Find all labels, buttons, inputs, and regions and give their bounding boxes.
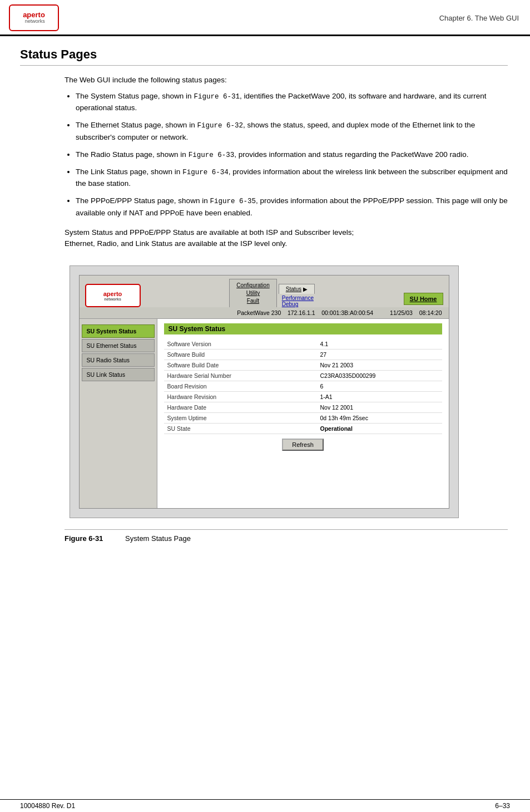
table-value: Operational [317,424,442,434]
web-gui: aperto networks Configuration Utility Fa… [79,275,449,509]
fig-ref-1: Figure 6-31 [194,93,240,101]
figure-caption: Figure 6-31 System Status Page [65,529,508,543]
table-field: Software Version [164,339,317,350]
page-footer: 10004880 Rev. D1 6–33 [0,799,530,812]
table-field: Hardware Serial Number [164,371,317,381]
table-value: 0d 13h 49m 25sec [317,413,442,424]
table-value: Nov 12 2001 [317,402,442,413]
debug-link[interactable]: Debug [282,301,314,307]
table-value: 4.1 [317,339,442,350]
status-group: Status ▶ Performance Debug [279,284,315,307]
figure-title: System Status Page [125,534,191,543]
list-item: The System Status page, shown in Figure … [76,91,508,114]
table-value: C23RA0335D000299 [317,371,442,381]
table-field: System Uptime [164,413,317,424]
gui-logo: aperto networks [85,284,141,307]
table-field: SU State [164,424,317,434]
sidebar-item-su-radio-status[interactable]: SU Radio Status [82,353,155,367]
bullet-list: The System Status page, shown in Figure … [76,91,508,219]
gui-sidebar: SU System Status SU Ethernet Status SU R… [80,319,157,508]
logo-area: aperto networks [9,4,59,31]
figure-label: Figure 6-31 [65,534,103,543]
chapter-title: Chapter 6. The Web GUI [439,14,519,22]
gui-infobar: PacketWave 230 172.16.1.1 00:001:3B:A0:0… [80,307,449,319]
table-field: Software Build Date [164,360,317,371]
aperto-logo: aperto networks [9,4,59,31]
table-value: 27 [317,350,442,360]
list-item: The Radio Status page, shown in Figure 6… [76,149,508,161]
footer-right: 6–33 [495,802,510,810]
section-title: Status Pages [20,47,508,66]
status-tab[interactable]: Status ▶ [279,284,315,294]
table-field: Hardware Date [164,402,317,413]
performance-link[interactable]: Performance [282,295,314,301]
content-title: SU System Status [164,323,442,334]
su-home-button[interactable]: SU Home [404,293,443,305]
footer-left: 10004880 Rev. D1 [20,802,75,810]
device-info: PacketWave 230 172.16.1.1 00:001:3B:A0:0… [237,309,373,316]
screenshot-wrapper: aperto networks Configuration Utility Fa… [70,265,459,518]
page-header: aperto networks Chapter 6. The Web GUI [0,0,530,36]
main-content: Status Pages The Web GUI include the fol… [0,36,530,554]
table-field: Hardware Revision [164,392,317,402]
table-field: Board Revision [164,381,317,392]
list-item: The Link Status page, shown in Figure 6-… [76,166,508,190]
refresh-button[interactable]: Refresh [282,439,324,451]
fig-ref-4: Figure 6-34 [182,169,229,176]
gui-topnav: aperto networks Configuration Utility Fa… [80,275,449,307]
summary-text: System Status and PPPoE/PPP Status are a… [65,227,508,250]
table-value: 1-A1 [317,392,442,402]
refresh-row: Refresh [164,439,442,451]
nav-right: SU Home [404,293,443,307]
gui-content: SU System Status Software Version4.1Soft… [157,319,449,508]
gui-main: SU System Status SU Ethernet Status SU R… [80,319,449,508]
sidebar-item-su-system-status[interactable]: SU System Status [82,324,155,338]
table-value: Nov 21 2003 [317,360,442,371]
sidebar-item-su-ethernet-status[interactable]: SU Ethernet Status [82,339,155,352]
status-arrow-icon: ▶ [303,286,308,292]
fig-ref-3: Figure 6-33 [189,151,235,159]
table-value: 6 [317,381,442,392]
table-field: Software Build [164,350,317,360]
intro-text: The Web GUI include the following status… [65,76,508,84]
list-item: The Ethernet Status page, shown in Figur… [76,120,508,143]
fig-ref-2: Figure 6-32 [197,122,243,130]
fig-ref-5: Figure 6-35 [210,198,256,205]
config-utility-fault-tab[interactable]: Configuration Utility Fault [229,279,276,307]
list-item: The PPPoE/PPP Status page, shown in Figu… [76,195,508,219]
nav-tabs-row: Configuration Utility Fault Status ▶ Per… [229,279,315,307]
datetime-info: 11/25/03 08:14:20 [390,309,442,316]
sidebar-item-su-link-status[interactable]: SU Link Status [82,368,155,381]
status-table: Software Version4.1Software Build27Softw… [164,339,442,434]
